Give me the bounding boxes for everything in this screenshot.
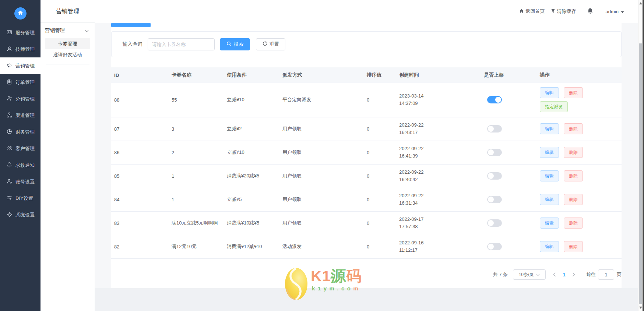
cell-coupon-name: 2 <box>169 141 224 164</box>
total-count-label: 共 7 条 <box>493 271 508 278</box>
sidebar-item-diy[interactable]: DIY设置 <box>0 190 41 206</box>
sidebar-item-account[interactable]: 账号设置 <box>0 173 41 190</box>
page-number-1[interactable]: 1 <box>559 272 569 278</box>
page-size-select[interactable]: 10条/页 <box>513 269 546 280</box>
delete-button[interactable]: 删除 <box>564 194 583 205</box>
delete-button[interactable]: 删除 <box>564 218 583 229</box>
page-background-strip <box>95 288 638 311</box>
user-menu[interactable]: admin <box>606 9 624 14</box>
site-url: k1ym.com <box>311 285 362 291</box>
submenu-group-marketing[interactable]: 营销管理 <box>41 23 95 38</box>
cell-use-condition: 消费满¥10减¥5 <box>224 211 279 235</box>
assign-button[interactable]: 指定派发 <box>540 101 568 112</box>
sidebar-item-customer[interactable]: 客户管理 <box>0 140 41 157</box>
submenu-item-invite[interactable]: 邀请好友活动 <box>45 49 90 60</box>
sidebar-item-marketing[interactable]: 营销管理 <box>0 57 41 74</box>
edit-button[interactable]: 编辑 <box>540 241 559 252</box>
cell-on-shelf <box>481 235 537 258</box>
chevron-down-icon <box>85 28 89 33</box>
scrollbar-down-arrow[interactable] <box>639 307 642 309</box>
search-button[interactable]: 搜索 <box>220 38 250 50</box>
edit-button[interactable]: 编辑 <box>540 170 559 181</box>
next-page-button[interactable] <box>569 269 578 280</box>
cell-created-time: 2022-09-2216:31:34 <box>396 188 481 211</box>
delete-button[interactable]: 删除 <box>564 147 583 158</box>
sidebar-item-channel[interactable]: 渠道管理 <box>0 107 41 124</box>
sidebar-item-finance[interactable]: 财务管理 <box>0 124 41 140</box>
column-header: 是否上架 <box>481 67 537 83</box>
cell-distribution-method: 用户领取 <box>279 188 364 211</box>
coupon-name-search-input[interactable] <box>148 38 215 50</box>
refresh-icon <box>263 41 267 47</box>
delete-button[interactable]: 删除 <box>564 123 583 134</box>
edit-button[interactable]: 编辑 <box>540 147 559 158</box>
cell-created-time: 2022-09-1717:57:38 <box>396 211 481 235</box>
sidebar-item-distribution[interactable]: 分销管理 <box>0 91 41 107</box>
on-shelf-toggle[interactable] <box>487 149 502 156</box>
vertical-scrollbar[interactable] <box>638 0 643 311</box>
cell-id: 84 <box>111 188 169 211</box>
submenu-item-coupon[interactable]: 卡券管理 <box>45 38 90 49</box>
edit-button[interactable]: 编辑 <box>540 123 559 134</box>
diy-sliders-icon <box>7 195 12 202</box>
table-header-row: ID卡券名称使用条件派发方式排序值创建时间是否上架操作 <box>111 67 622 83</box>
cell-actions: 编辑删除 <box>537 188 622 211</box>
clear-cache-link[interactable]: 清除缓存 <box>551 8 576 15</box>
on-shelf-toggle[interactable] <box>487 125 502 132</box>
on-shelf-toggle[interactable] <box>487 219 502 227</box>
customer-icon <box>7 145 12 152</box>
delete-button[interactable]: 删除 <box>564 241 583 252</box>
watermark-logo: K1源码 k1ym.com <box>285 268 362 302</box>
on-shelf-toggle[interactable] <box>487 196 502 203</box>
back-home-link[interactable]: 返回首页 <box>519 8 545 15</box>
table-row: 8855立减¥10平台定向派发02023-03-1414:37:09编辑删除指定… <box>111 83 622 117</box>
edit-button[interactable]: 编辑 <box>540 194 559 205</box>
scrollbar-thumb[interactable] <box>639 43 642 304</box>
sidebar-item-order[interactable]: 订单管理 <box>0 74 41 91</box>
submenu-divider <box>46 64 89 64</box>
filter-funnel-icon <box>551 8 555 14</box>
sidebar-item-label: 分销管理 <box>15 96 35 102</box>
cell-distribution-method: 用户领取 <box>279 141 364 164</box>
column-header: 派发方式 <box>279 67 364 83</box>
delete-button[interactable]: 删除 <box>564 87 583 98</box>
cell-created-time: 2022-09-2216:41:39 <box>396 141 481 164</box>
prev-page-button[interactable] <box>550 269 559 280</box>
edit-button[interactable]: 编辑 <box>540 87 559 98</box>
cell-sort-value: 0 <box>364 117 396 141</box>
cell-use-condition: 消费满¥20减¥5 <box>224 164 279 188</box>
active-tab-indicator[interactable] <box>111 23 151 27</box>
home-icon <box>17 10 24 17</box>
cell-sort-value: 0 <box>364 83 396 117</box>
delete-button[interactable]: 删除 <box>564 170 583 181</box>
cell-distribution-method: 用户领取 <box>279 164 364 188</box>
reset-button[interactable]: 重置 <box>256 38 285 50</box>
cell-coupon-name: 满10元立减5元啊啊啊 <box>169 211 224 235</box>
sidebar-item-system[interactable]: 系统设置 <box>0 206 41 223</box>
on-shelf-toggle[interactable] <box>487 96 502 103</box>
cell-created-time: 2023-03-1414:37:09 <box>396 83 481 117</box>
scrollbar-up-arrow[interactable] <box>639 2 642 4</box>
system-gear-icon <box>7 212 12 218</box>
on-shelf-toggle[interactable] <box>487 172 502 180</box>
notification-bell-button[interactable] <box>587 8 593 15</box>
watermark-text: K1源码 k1ym.com <box>311 268 362 302</box>
edit-button[interactable]: 编辑 <box>540 218 559 229</box>
submenu-items: 卡券管理邀请好友活动 <box>41 38 95 60</box>
sidebar-item-service[interactable]: 服务管理 <box>0 24 41 41</box>
search-panel: 输入查询 搜索 重置 <box>111 31 622 57</box>
column-header: 操作 <box>537 67 622 83</box>
table-row: 83满10元立减5元啊啊啊消费满¥10减¥5用户领取02022-09-1717:… <box>111 211 622 235</box>
cell-coupon-name: 3 <box>169 117 224 141</box>
username-label: admin <box>606 9 619 14</box>
cell-on-shelf <box>481 141 537 164</box>
on-shelf-toggle[interactable] <box>487 243 502 250</box>
cell-actions: 编辑删除 <box>537 141 622 164</box>
sidebar-item-technician[interactable]: 技师管理 <box>0 41 41 57</box>
channel-icon <box>7 112 12 119</box>
sidebar-item-sos[interactable]: 求救通知 <box>0 157 41 173</box>
app-logo[interactable] <box>14 7 27 20</box>
cell-on-shelf <box>481 211 537 235</box>
goto-page-input[interactable] <box>598 269 614 280</box>
cell-distribution-method: 活动派发 <box>279 235 364 258</box>
